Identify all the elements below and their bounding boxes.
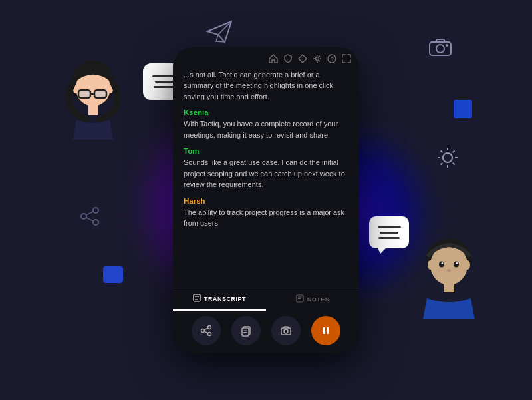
svg-point-28 bbox=[465, 260, 470, 270]
svg-line-9 bbox=[453, 163, 455, 165]
bubble-line bbox=[378, 226, 401, 228]
svg-point-13 bbox=[81, 214, 86, 219]
svg-point-30 bbox=[454, 262, 459, 268]
svg-line-8 bbox=[441, 151, 443, 153]
svg-point-35 bbox=[316, 57, 319, 60]
svg-point-17 bbox=[72, 60, 114, 106]
message-harsh: Harsh The ability to track project progr… bbox=[184, 197, 348, 229]
phone-tabs: TRANSCRIPT NotES bbox=[173, 288, 359, 311]
message-text-tom: Sounds like a great use case. I can do t… bbox=[184, 157, 348, 190]
diamond-icon[interactable] bbox=[298, 54, 307, 65]
tab-notes[interactable]: NotES bbox=[266, 288, 359, 311]
copy-button[interactable] bbox=[231, 316, 261, 345]
svg-point-2 bbox=[446, 44, 448, 47]
expand-icon[interactable] bbox=[342, 54, 351, 65]
phone-actionbar bbox=[173, 311, 359, 353]
svg-point-55 bbox=[284, 329, 288, 333]
phone-topbar: ? bbox=[173, 47, 359, 69]
help-icon[interactable]: ? bbox=[327, 54, 336, 65]
svg-line-16 bbox=[86, 218, 93, 221]
svg-point-32 bbox=[456, 262, 458, 264]
intro-message: ...s not all. Tactiq can generate a brie… bbox=[184, 69, 348, 102]
speaker-name-harsh: Harsh bbox=[184, 197, 348, 205]
svg-text:?: ? bbox=[331, 56, 334, 63]
bubble-line bbox=[380, 232, 398, 234]
svg-point-47 bbox=[208, 332, 211, 335]
transcript-tab-icon bbox=[193, 294, 201, 304]
transcript-content: ...s not all. Tactiq can generate a brie… bbox=[173, 69, 359, 288]
blue-square-deco bbox=[103, 266, 123, 283]
svg-point-3 bbox=[443, 153, 452, 162]
svg-rect-57 bbox=[327, 327, 329, 334]
message-ksenia: Ksenia With Tactiq, you have a complete … bbox=[184, 108, 348, 140]
tab-transcript-label: TRANSCRIPT bbox=[204, 296, 246, 302]
svg-rect-56 bbox=[323, 327, 325, 334]
svg-rect-19 bbox=[78, 90, 90, 98]
svg-point-23 bbox=[108, 85, 113, 93]
svg-point-29 bbox=[439, 262, 444, 268]
svg-point-27 bbox=[428, 260, 433, 270]
svg-point-22 bbox=[73, 85, 78, 93]
gear-icon[interactable] bbox=[313, 54, 322, 65]
notes-tab-icon bbox=[296, 294, 304, 305]
svg-point-1 bbox=[436, 45, 444, 53]
paper-plane-deco bbox=[206, 20, 233, 48]
girl-avatar bbox=[53, 53, 133, 140]
camera-button[interactable] bbox=[271, 316, 301, 345]
svg-point-45 bbox=[208, 325, 211, 329]
bubble-line bbox=[378, 237, 400, 239]
svg-rect-24 bbox=[88, 105, 98, 115]
tab-notes-label: NotES bbox=[307, 296, 330, 303]
svg-point-18 bbox=[76, 69, 110, 106]
svg-line-15 bbox=[86, 212, 93, 215]
svg-point-33 bbox=[447, 269, 451, 272]
share-button[interactable] bbox=[192, 316, 221, 345]
svg-line-10 bbox=[453, 151, 455, 153]
message-text-ksenia: With Tactiq, you have a complete record … bbox=[184, 118, 348, 140]
svg-point-26 bbox=[430, 245, 467, 285]
speaker-name-tom: Tom bbox=[184, 147, 348, 155]
svg-line-11 bbox=[441, 163, 443, 165]
home-icon[interactable] bbox=[269, 54, 278, 65]
shield-icon[interactable] bbox=[283, 54, 293, 65]
svg-rect-0 bbox=[430, 42, 451, 55]
camera-deco bbox=[428, 37, 452, 61]
svg-point-46 bbox=[201, 329, 205, 332]
speech-bubble-right bbox=[369, 216, 409, 248]
message-tom: Tom Sounds like a great use case. I can … bbox=[184, 147, 348, 190]
svg-rect-20 bbox=[94, 90, 106, 98]
svg-point-12 bbox=[93, 208, 98, 213]
phone-container: ? ...s not all. Tactiq can generate a br… bbox=[173, 47, 359, 353]
tab-transcript[interactable]: TRANSCRIPT bbox=[173, 288, 266, 311]
svg-line-49 bbox=[204, 331, 207, 333]
pause-button[interactable] bbox=[311, 316, 340, 345]
message-text-harsh: The ability to track project progress is… bbox=[184, 207, 348, 229]
blue-rect-deco bbox=[454, 100, 472, 118]
sun-deco bbox=[436, 146, 459, 174]
speaker-name-ksenia: Ksenia bbox=[184, 108, 348, 116]
share-deco bbox=[80, 206, 100, 231]
bubble-lines-right bbox=[378, 226, 401, 239]
svg-point-14 bbox=[93, 220, 98, 225]
svg-rect-34 bbox=[444, 283, 454, 292]
svg-point-31 bbox=[442, 262, 444, 264]
svg-line-48 bbox=[204, 328, 207, 330]
